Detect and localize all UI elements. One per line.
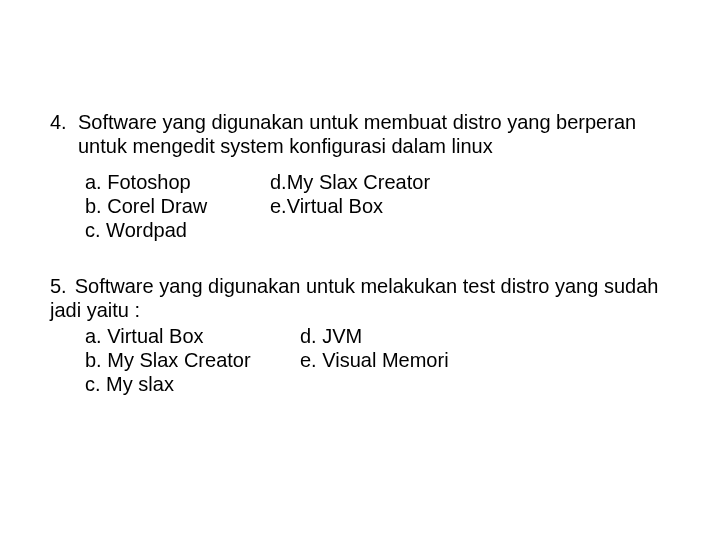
question-4-text: Software yang digunakan untuk membuat di… (78, 110, 670, 158)
slide: 4. Software yang digunakan untuk membuat… (0, 0, 720, 396)
question-5: 5.Software yang digunakan untuk melakuka… (50, 274, 670, 396)
question-5-option-b: b. My Slax Creator (85, 348, 300, 372)
question-5-option-c: c. My slax (85, 372, 300, 396)
question-4: 4. Software yang digunakan untuk membuat… (50, 110, 670, 242)
question-5-text: Software yang digunakan untuk melakukan … (50, 275, 658, 321)
question-4-options-right: d.My Slax Creator e.Virtual Box (270, 170, 430, 242)
question-5-options: a. Virtual Box b. My Slax Creator c. My … (85, 324, 670, 396)
question-4-option-e: e.Virtual Box (270, 194, 430, 218)
question-5-prompt: 5.Software yang digunakan untuk melakuka… (50, 274, 670, 322)
question-5-options-left: a. Virtual Box b. My Slax Creator c. My … (85, 324, 300, 396)
question-4-option-a: a. Fotoshop (85, 170, 270, 194)
question-5-number: 5. (50, 275, 67, 297)
question-4-number: 4. (50, 110, 78, 158)
question-4-option-c: c. Wordpad (85, 218, 270, 242)
question-5-option-d: d. JVM (300, 324, 449, 348)
question-5-option-e: e. Visual Memori (300, 348, 449, 372)
question-5-options-right: d. JVM e. Visual Memori (300, 324, 449, 396)
question-4-options-left: a. Fotoshop b. Corel Draw c. Wordpad (85, 170, 270, 242)
question-4-option-d: d.My Slax Creator (270, 170, 430, 194)
question-4-option-b: b. Corel Draw (85, 194, 270, 218)
question-4-prompt: 4. Software yang digunakan untuk membuat… (50, 110, 670, 158)
question-4-options: a. Fotoshop b. Corel Draw c. Wordpad d.M… (85, 170, 670, 242)
question-5-option-a: a. Virtual Box (85, 324, 300, 348)
